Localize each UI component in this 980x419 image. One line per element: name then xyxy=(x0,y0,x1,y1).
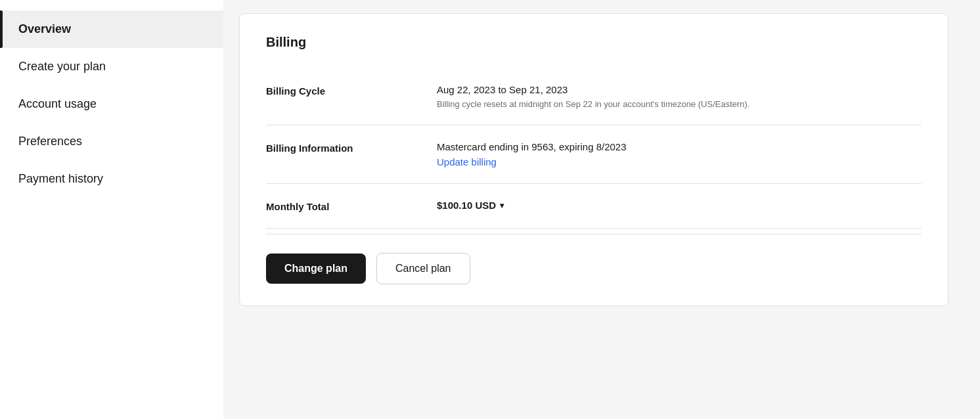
monthly-total-amount-container[interactable]: $100.10 USD ▾ xyxy=(437,200,922,211)
update-billing-link[interactable]: Update billing xyxy=(437,156,497,167)
monthly-total-label: Monthly Total xyxy=(266,200,437,212)
sidebar-item-payment-history[interactable]: Payment history xyxy=(0,160,223,198)
monthly-total-value: $100.10 USD ▾ xyxy=(437,200,922,211)
sidebar-item-label: Overview xyxy=(18,22,71,36)
main-content: Billing Billing Cycle Aug 22, 2023 to Se… xyxy=(223,0,980,419)
sidebar-item-label: Account usage xyxy=(18,97,97,111)
billing-cycle-label: Billing Cycle xyxy=(266,84,437,97)
billing-information-label: Billing Information xyxy=(266,141,437,154)
change-plan-button[interactable]: Change plan xyxy=(266,254,366,284)
billing-cycle-row: Billing Cycle Aug 22, 2023 to Sep 21, 20… xyxy=(266,68,922,125)
billing-title: Billing xyxy=(266,35,922,50)
billing-information-value: Mastercard ending in 9563, expiring 8/20… xyxy=(437,141,922,167)
monthly-total-amount: $100.10 USD xyxy=(437,200,496,211)
sidebar-item-label: Create your plan xyxy=(18,60,106,74)
monthly-total-row: Monthly Total $100.10 USD ▾ xyxy=(266,184,922,229)
billing-cycle-note: Billing cycle resets at midnight on Sep … xyxy=(437,99,922,109)
sidebar-item-label: Payment history xyxy=(18,172,103,186)
billing-cycle-dates: Aug 22, 2023 to Sep 21, 2023 xyxy=(437,84,922,95)
page-layout: Overview Create your plan Account usage … xyxy=(0,0,980,419)
sidebar-item-overview[interactable]: Overview xyxy=(0,11,223,48)
billing-card: Billing Billing Cycle Aug 22, 2023 to Se… xyxy=(239,13,948,306)
sidebar: Overview Create your plan Account usage … xyxy=(0,0,223,419)
sidebar-item-account-usage[interactable]: Account usage xyxy=(0,85,223,123)
card-info-text: Mastercard ending in 9563, expiring 8/20… xyxy=(437,141,922,152)
actions-row: Change plan Cancel plan xyxy=(266,234,922,284)
sidebar-item-preferences[interactable]: Preferences xyxy=(0,123,223,160)
billing-cycle-value: Aug 22, 2023 to Sep 21, 2023 Billing cyc… xyxy=(437,84,922,109)
billing-information-row: Billing Information Mastercard ending in… xyxy=(266,125,922,184)
cancel-plan-button[interactable]: Cancel plan xyxy=(376,253,470,284)
chevron-down-icon: ▾ xyxy=(500,201,504,210)
sidebar-item-create-your-plan[interactable]: Create your plan xyxy=(0,48,223,85)
sidebar-item-label: Preferences xyxy=(18,135,82,148)
